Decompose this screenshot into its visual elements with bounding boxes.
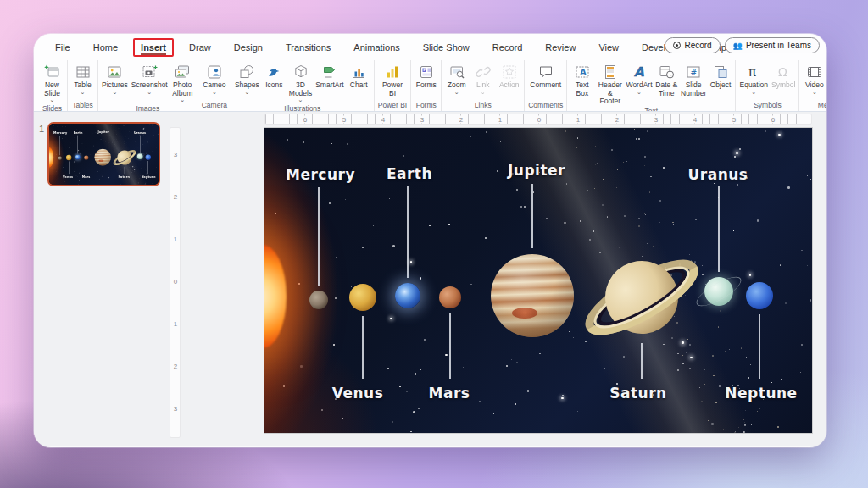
star (659, 222, 660, 223)
header-footer-icon (601, 63, 620, 81)
star (801, 250, 803, 252)
menu-tab-home[interactable]: Home (86, 38, 125, 57)
present-in-teams-button[interactable]: 👥 Present in Teams (725, 37, 820, 53)
ruler-tick-label: 2 (172, 193, 179, 201)
ribbon-button-smartart[interactable]: SmartArt (314, 62, 346, 91)
star (760, 408, 760, 409)
planet-label-neptune: Neptune (725, 385, 797, 402)
ribbon-button-shapes[interactable]: Shapes⌄ (233, 62, 261, 97)
planet-label-jupiter: Jupiter (508, 162, 565, 179)
star (737, 184, 737, 185)
menu-tab-draw[interactable]: Draw (181, 38, 219, 57)
ruler-tick-label: 1 (172, 236, 179, 243)
ribbon-button-power-bi[interactable]: Power BI (379, 62, 405, 98)
record-button[interactable]: Record (665, 37, 720, 53)
star (612, 136, 613, 136)
star (800, 372, 801, 373)
star (734, 432, 736, 433)
ruler-tick-label: 0 (536, 116, 542, 124)
menu-tab-record[interactable]: Record (485, 38, 530, 57)
ribbon-button-slide-number[interactable]: #Slide Number (680, 62, 708, 98)
ribbon-button-new-slide[interactable]: New Slide⌄ (39, 62, 65, 104)
ribbon-group-label: Camera (200, 101, 229, 111)
ribbon-button-date-time[interactable]: Date & Time (654, 62, 680, 98)
star (595, 164, 596, 165)
ribbon-button-photo-album[interactable]: Photo Album⌄ (170, 62, 196, 104)
wordart-icon: A (630, 63, 648, 81)
chart-icon (349, 63, 368, 81)
star (511, 359, 512, 360)
ribbon-button-label: Icons (265, 81, 282, 90)
ribbon-button-label: Header & Footer (597, 81, 623, 106)
ribbon-button-video[interactable]: Video⌄ (801, 62, 826, 97)
star (604, 368, 605, 369)
star (744, 422, 745, 423)
ribbon-button-table[interactable]: Table⌄ (70, 62, 96, 97)
ribbon-group-label: Power BI (376, 101, 409, 111)
ribbon-button-label: SmartArt (315, 81, 344, 90)
menu-tab-insert[interactable]: Insert (133, 38, 174, 57)
ribbon-button-comment[interactable]: Comment (528, 62, 563, 91)
ruler-tick-label: 6 (302, 116, 309, 124)
menu-tab-transitions[interactable]: Transitions (278, 38, 338, 57)
ribbon-button-forms[interactable]: FForms (413, 62, 439, 91)
slide-canvas[interactable]: MercuryVenusEarthMarsJupiterSaturnUranus… (264, 128, 812, 433)
ribbon-group-forms: FFormsForms (411, 60, 442, 111)
ribbon-button-equation[interactable]: πEquation⌄ (737, 62, 770, 97)
star (743, 431, 744, 433)
star (778, 134, 781, 136)
star (636, 138, 637, 140)
equation-icon: π (744, 63, 763, 81)
ruler-tick-label: 6 (770, 116, 776, 124)
menu-tab-slide-show[interactable]: Slide Show (415, 38, 477, 57)
ribbon-button-cameo[interactable]: Cameo⌄ (201, 62, 227, 97)
teams-icon: 👥 (733, 42, 743, 50)
star (682, 363, 684, 364)
star (751, 424, 753, 425)
ribbon-button-pictures[interactable]: Pictures⌄ (100, 62, 130, 97)
star (659, 200, 661, 202)
video-icon (805, 63, 824, 81)
insert-ribbon: New Slide⌄SlidesTable⌄TablesPictures⌄Scr… (34, 60, 826, 112)
ribbon-button-text-box[interactable]: AText Box (569, 62, 595, 98)
content-area: 1 MercuryVenusEarthMarsJupiterSaturnUran… (34, 112, 826, 446)
ribbon-button-chart[interactable]: Chart (346, 62, 372, 91)
ribbon-button-zoom[interactable]: Zoom⌄ (443, 62, 470, 97)
menu-tab-file[interactable]: File (47, 38, 78, 57)
star (565, 130, 566, 132)
cameo-icon (205, 63, 224, 81)
star (144, 128, 145, 129)
menu-tab-review[interactable]: Review (537, 38, 583, 57)
star (577, 411, 578, 412)
chevron-down-icon: ⌄ (147, 90, 152, 96)
star (744, 424, 746, 425)
menu-tab-view[interactable]: View (591, 38, 626, 57)
ribbon-button-header-footer[interactable]: Header & Footer (595, 62, 625, 107)
planet-venus (66, 155, 71, 160)
star (470, 284, 471, 285)
star (736, 152, 738, 154)
connector-line-mars (449, 313, 451, 379)
planet-neptune (746, 282, 773, 309)
ribbon-button-object[interactable]: Object (707, 62, 733, 91)
slide-thumbnail[interactable]: MercuryVenusEarthMarsJupiterSaturnUranus… (47, 122, 160, 186)
planet-jupiter (94, 149, 111, 166)
screenshot-icon (140, 63, 159, 81)
star (593, 159, 593, 160)
ribbon-group-symbols: πEquation⌄ΩSymbolSymbols (736, 60, 799, 111)
menu-tab-design[interactable]: Design (226, 38, 270, 57)
star (677, 369, 679, 371)
ribbon-button-screenshot[interactable]: Screenshot⌄ (130, 62, 170, 97)
svg-text:F: F (423, 68, 426, 72)
ruler-tick-label: 1 (172, 320, 179, 328)
ruler-tick-label: 1 (575, 116, 581, 124)
ribbon-button-3d-models[interactable]: 3D Models⌄ (287, 62, 314, 104)
ribbon-button-wordart[interactable]: AWordArt⌄ (625, 62, 653, 97)
ruler-tick-label: 3 (419, 116, 426, 124)
ribbon-button-icons[interactable]: Icons (261, 62, 287, 91)
menu-tab-animations[interactable]: Animations (346, 38, 407, 57)
star (564, 222, 566, 225)
record-button-label: Record (684, 41, 711, 50)
star (561, 397, 564, 400)
star (562, 395, 563, 396)
